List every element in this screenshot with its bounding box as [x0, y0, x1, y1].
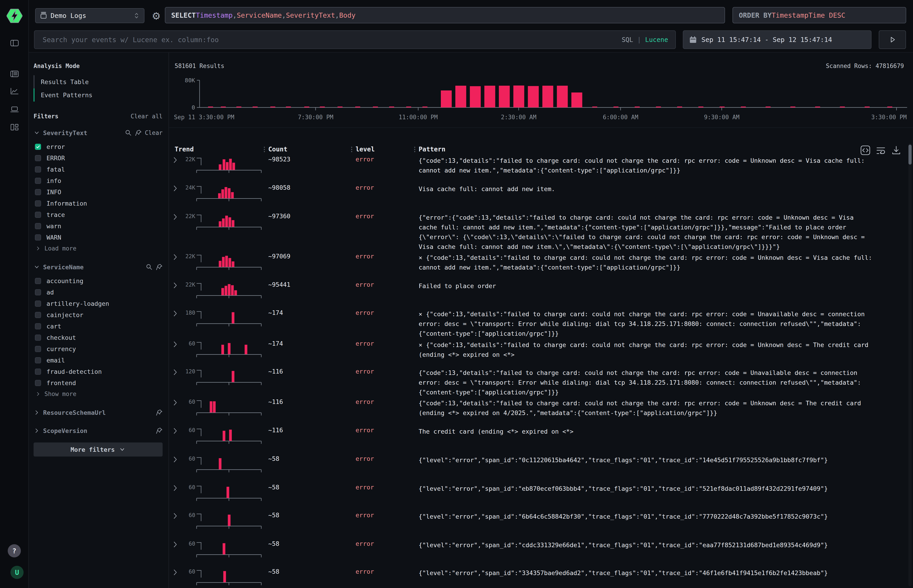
table-row[interactable]: 22K~95441errorFailed to place order	[169, 281, 908, 309]
filter-option-information[interactable]: Information	[34, 198, 163, 209]
expand-row-icon[interactable]	[172, 427, 179, 435]
help-button[interactable]: ?	[8, 544, 21, 557]
filter-group-name[interactable]: ResourceSchemaUrl	[43, 409, 106, 416]
chevron-right-icon[interactable]	[34, 428, 40, 434]
checkbox[interactable]	[35, 380, 41, 386]
nav-search-logs-icon[interactable]	[9, 69, 20, 79]
expand-row-icon[interactable]	[172, 253, 179, 261]
nav-chart-explorer-icon[interactable]	[9, 86, 20, 97]
checkbox[interactable]	[35, 323, 41, 330]
checkbox[interactable]	[35, 357, 41, 363]
search-icon[interactable]	[146, 263, 153, 270]
table-row[interactable]: 24K~98058errorVisa cache full: cannot ad…	[169, 184, 908, 213]
table-row[interactable]: 22K~98523error{"code":13,"details":"fail…	[169, 156, 908, 184]
chevron-down-icon[interactable]	[34, 130, 40, 136]
table-row[interactable]: 60~116errorThe credit card (ending <*> e…	[169, 426, 908, 455]
query-mode-sql[interactable]: SQL	[622, 36, 633, 44]
chevron-right-icon[interactable]	[34, 409, 40, 416]
checkbox[interactable]	[35, 166, 41, 173]
chevron-right-icon[interactable]	[36, 246, 41, 251]
checkbox[interactable]	[35, 200, 41, 207]
table-row[interactable]: 60~58error{"level":"error","span_id":"0c…	[169, 455, 908, 484]
table-row[interactable]: 22K~97069error× {"code":13,"details":"fa…	[169, 253, 908, 281]
filter-option-ad[interactable]: ad	[34, 286, 163, 298]
filter-option-email[interactable]: email	[34, 355, 163, 366]
sidebar-toggle-icon[interactable]	[9, 38, 20, 48]
download-button[interactable]	[891, 145, 902, 155]
checkbox[interactable]	[35, 368, 41, 375]
chevron-down-icon[interactable]	[34, 264, 40, 270]
source-select[interactable]: Demo Logs	[35, 8, 144, 23]
table-row[interactable]: 120~116error{"code":13,"details":"failed…	[169, 368, 908, 398]
filter-option-fraud-detection[interactable]: fraud-detection	[34, 366, 163, 377]
clear-filter-button[interactable]: Clear	[145, 129, 163, 136]
filter-option-info[interactable]: info	[34, 175, 163, 186]
checkbox[interactable]	[35, 300, 41, 307]
chevron-right-icon[interactable]	[36, 391, 41, 397]
expand-row-icon[interactable]	[172, 213, 179, 221]
filter-option-checkout[interactable]: checkout	[34, 332, 163, 343]
app-logo-icon[interactable]	[6, 9, 23, 23]
order-by-expression[interactable]: ORDER BY TimestampTime DESC	[732, 7, 906, 23]
filter-option-info[interactable]: INFO	[34, 186, 163, 198]
checkbox[interactable]	[35, 155, 41, 161]
filter-group-name[interactable]: ScopeVersion	[43, 427, 87, 434]
analysis-mode-event-patterns[interactable]: Event Patterns	[34, 89, 163, 102]
column-resize-handle[interactable]: ⋮	[261, 145, 267, 153]
search-icon[interactable]	[125, 129, 132, 136]
view-source-button[interactable]	[860, 145, 871, 155]
filter-option-accounting[interactable]: accounting	[34, 275, 163, 286]
nav-dashboards-icon[interactable]	[9, 122, 20, 132]
checkbox[interactable]	[35, 178, 41, 184]
filter-option-cart[interactable]: cart	[34, 320, 163, 332]
table-row[interactable]: 60~58error{"level":"error","span_id":"33…	[169, 568, 908, 588]
expand-row-icon[interactable]	[172, 341, 179, 348]
results-histogram[interactable]: 80K0Sep 11 3:30:00 PM7:30:00 PM11:00:00 …	[169, 74, 913, 126]
filter-group-name[interactable]: ServiceName	[43, 263, 84, 271]
table-row[interactable]: 60~116error{"code":13,"details":"failed …	[169, 398, 908, 426]
table-row[interactable]: 60~58error{"level":"error","span_id":"6b…	[169, 512, 908, 540]
filter-option-error[interactable]: error	[34, 141, 163, 152]
checkbox[interactable]	[35, 334, 41, 341]
column-resize-handle[interactable]: ⋮	[348, 145, 355, 153]
checkbox[interactable]	[35, 223, 41, 229]
filter-option-cainjector[interactable]: cainjector	[34, 309, 163, 320]
expand-row-icon[interactable]	[172, 569, 179, 576]
analysis-mode-results-table[interactable]: Results Table	[34, 75, 163, 89]
filter-group-name[interactable]: SeverityText	[43, 129, 87, 136]
filter-option-fatal[interactable]: fatal	[34, 164, 163, 175]
checkbox[interactable]	[35, 234, 41, 241]
filter-load-more[interactable]: Load more	[34, 243, 163, 254]
wrap-text-button[interactable]	[876, 145, 886, 155]
nav-sessions-icon[interactable]	[9, 104, 20, 115]
sql-expression[interactable]: SELECT Timestamp, ServiceName, SeverityT…	[165, 7, 725, 23]
expand-row-icon[interactable]	[172, 310, 179, 317]
filter-option-currency[interactable]: currency	[34, 343, 163, 355]
expand-row-icon[interactable]	[172, 541, 179, 548]
pin-icon[interactable]	[135, 129, 142, 136]
expand-row-icon[interactable]	[172, 156, 179, 164]
checkbox-checked[interactable]	[35, 144, 41, 150]
table-row[interactable]: 60~58error{"level":"error","span_id":"cd…	[169, 540, 908, 568]
column-resize-handle[interactable]: ⋮	[411, 145, 418, 153]
gear-icon[interactable]	[151, 10, 162, 22]
filter-show-more[interactable]: Show more	[34, 389, 163, 399]
clear-all-filters-button[interactable]: Clear all	[131, 113, 163, 120]
filter-option-warn[interactable]: warn	[34, 220, 163, 232]
checkbox[interactable]	[35, 312, 41, 318]
more-filters-button[interactable]: More filters	[34, 443, 163, 457]
filter-option-artillery-loadgen[interactable]: artillery-loadgen	[34, 298, 163, 309]
checkbox[interactable]	[35, 289, 41, 296]
search-input[interactable]	[34, 31, 622, 48]
table-row[interactable]: 180~174error× {"code":13,"details":"fail…	[169, 309, 908, 340]
filter-option-error[interactable]: ERROR	[34, 152, 163, 164]
table-row[interactable]: 22K~97360error{"error":{"code":13,"detai…	[169, 213, 908, 253]
filter-option-trace[interactable]: trace	[34, 209, 163, 220]
expand-row-icon[interactable]	[172, 484, 179, 492]
scrollbar-thumb[interactable]	[908, 145, 911, 165]
expand-row-icon[interactable]	[172, 512, 179, 520]
filter-option-frontend[interactable]: frontend	[34, 377, 163, 389]
table-row[interactable]: 60~58error{"level":"error","span_id":"eb…	[169, 484, 908, 512]
pin-icon[interactable]	[156, 263, 163, 270]
time-range-picker[interactable]: Sep 11 15:47:14 - Sep 12 15:47:14	[683, 31, 871, 49]
